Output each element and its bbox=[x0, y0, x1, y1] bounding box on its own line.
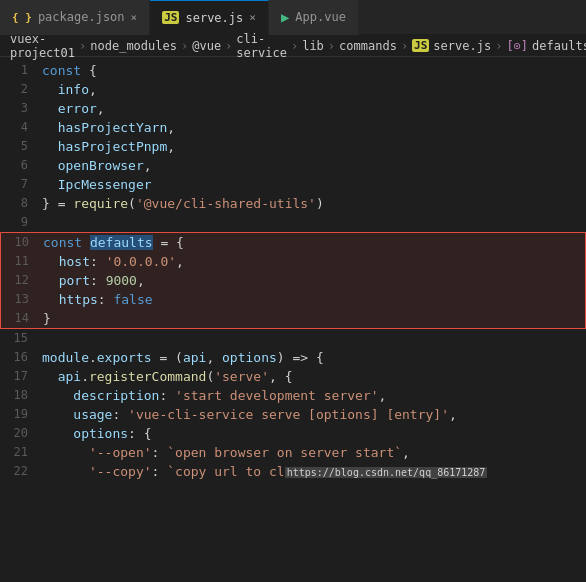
code-line-20: 20 options: { bbox=[0, 424, 586, 443]
breadcrumb-lib: lib bbox=[302, 39, 324, 53]
highlighted-block: 10 const defaults = { 11 host: '0.0.0.0'… bbox=[0, 232, 586, 329]
code-line-19: 19 usage: 'vue-cli-service serve [option… bbox=[0, 405, 586, 424]
tab-bar: { } package.json × JS serve.js × ▶ App.v… bbox=[0, 0, 586, 35]
code-line-12: 12 port: 9000, bbox=[1, 271, 585, 290]
code-line-7: 7 IpcMessenger bbox=[0, 175, 586, 194]
js-icon: JS bbox=[162, 11, 179, 24]
tab-close-serve-js[interactable]: × bbox=[249, 11, 256, 24]
breadcrumb-defaults-label: defaults bbox=[532, 39, 586, 53]
json-icon: { } bbox=[12, 11, 32, 24]
code-line-4: 4 hasProjectYarn, bbox=[0, 118, 586, 137]
tab-label-package-json: package.json bbox=[38, 10, 125, 24]
code-line-16: 16 module.exports = (api, options) => { bbox=[0, 348, 586, 367]
code-line-14: 14 } bbox=[1, 309, 585, 328]
breadcrumb-serve-js: serve.js bbox=[433, 39, 491, 53]
sep7: › bbox=[495, 39, 502, 53]
breadcrumb-cli-service: cli-service bbox=[236, 32, 287, 60]
breadcrumb-vuex: vuex-project01 bbox=[10, 32, 75, 60]
breadcrumb-js-icon: JS bbox=[412, 39, 429, 52]
code-line-22: 22 '--copy': `copy url to clhttps://blog… bbox=[0, 462, 586, 482]
sep4: › bbox=[291, 39, 298, 53]
code-line-3: 3 error, bbox=[0, 99, 586, 118]
code-line-10: 10 const defaults = { bbox=[1, 233, 585, 252]
sep5: › bbox=[328, 39, 335, 53]
tab-package-json[interactable]: { } package.json × bbox=[0, 0, 150, 35]
code-line-13: 13 https: false bbox=[1, 290, 585, 309]
sep6: › bbox=[401, 39, 408, 53]
code-line-15: 15 bbox=[0, 329, 586, 348]
breadcrumb-node-modules: node_modules bbox=[90, 39, 177, 53]
sep3: › bbox=[225, 39, 232, 53]
vue-icon: ▶ bbox=[281, 9, 289, 25]
breadcrumb-defaults: [⊙] bbox=[506, 39, 528, 53]
code-line-1: 1 const { bbox=[0, 61, 586, 80]
code-line-2: 2 info, bbox=[0, 80, 586, 99]
code-line-5: 5 hasProjectPnpm, bbox=[0, 137, 586, 156]
tab-app-vue[interactable]: ▶ App.vue bbox=[269, 0, 359, 35]
code-line-6: 6 openBrowser, bbox=[0, 156, 586, 175]
breadcrumb-commands: commands bbox=[339, 39, 397, 53]
code-line-18: 18 description: 'start development serve… bbox=[0, 386, 586, 405]
code-editor: 1 const { 2 info, 3 error, 4 hasProjectY… bbox=[0, 57, 586, 482]
tab-label-app-vue: App.vue bbox=[295, 10, 346, 24]
code-line-21: 21 '--open': `open browser on server sta… bbox=[0, 443, 586, 462]
breadcrumb-vue: @vue bbox=[192, 39, 221, 53]
tab-serve-js[interactable]: JS serve.js × bbox=[150, 0, 269, 35]
code-line-9: 9 bbox=[0, 213, 586, 232]
breadcrumb: vuex-project01 › node_modules › @vue › c… bbox=[0, 35, 586, 57]
code-line-17: 17 api.registerCommand('serve', { bbox=[0, 367, 586, 386]
tab-label-serve-js: serve.js bbox=[185, 11, 243, 25]
code-line-11: 11 host: '0.0.0.0', bbox=[1, 252, 585, 271]
sep2: › bbox=[181, 39, 188, 53]
code-line-8: 8 } = require('@vue/cli-shared-utils') bbox=[0, 194, 586, 213]
sep1: › bbox=[79, 39, 86, 53]
tab-close-package-json[interactable]: × bbox=[131, 11, 138, 24]
